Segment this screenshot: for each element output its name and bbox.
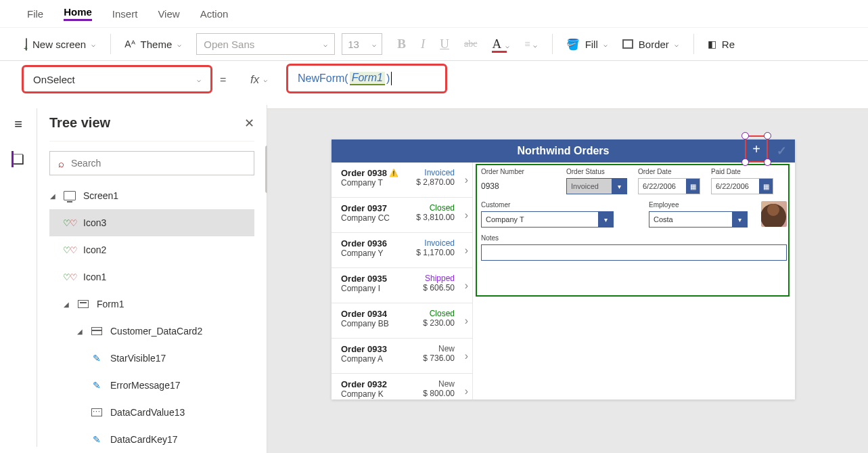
fx-button[interactable]: fx⌵ <box>250 73 267 87</box>
field-label: Order Status <box>566 168 627 175</box>
tree-view-icon[interactable]: ❏ <box>12 151 24 167</box>
tree-node-screen1[interactable]: ◢ Screen1 <box>49 182 254 209</box>
order-status-select[interactable]: Invoiced▾ <box>566 178 627 194</box>
check-icon[interactable]: ✓ <box>777 144 787 158</box>
search-input[interactable] <box>71 158 246 169</box>
chevron-right-icon: › <box>465 280 468 292</box>
order-item[interactable]: Order 0935Company IShipped$ 606.50› <box>332 268 472 303</box>
chevron-right-icon: › <box>465 315 468 327</box>
border-icon <box>622 39 633 49</box>
warning-icon: ⚠️ <box>389 169 398 177</box>
theme-icon: Aᴬ <box>124 39 135 49</box>
tree-node-icon3[interactable]: ♡♡ Icon3 <box>49 209 254 236</box>
caret-icon[interactable]: ◢ <box>49 192 56 200</box>
paid-date-input[interactable]: 6/22/2006▦ <box>711 178 773 194</box>
new-screen-button[interactable]: + New screen⌵ <box>26 39 95 50</box>
search-icon: ⌕ <box>58 158 64 169</box>
chevron-down-icon: ▾ <box>598 212 613 227</box>
order-item[interactable]: Order 0938⚠️Company TInvoiced$ 2,870.00› <box>332 163 472 198</box>
field-order-date: Order Date 6/22/2006▦ <box>638 168 700 194</box>
fill-button[interactable]: 🪣 Fill⌵ <box>566 38 608 51</box>
chevron-right-icon: › <box>465 244 468 257</box>
menubar: File Home Insert View Action <box>0 0 868 27</box>
notes-input[interactable] <box>481 244 787 261</box>
toolbar-divider <box>693 34 694 54</box>
menu-insert[interactable]: Insert <box>112 8 138 20</box>
label-icon: ✎ <box>90 434 104 445</box>
order-item[interactable]: Order 0936Company YInvoiced$ 1,170.00› <box>332 233 472 268</box>
field-paid-date: Paid Date 6/22/2006▦ <box>711 168 773 194</box>
order-list[interactable]: Order 0938⚠️Company TInvoiced$ 2,870.00›… <box>332 163 473 400</box>
fill-icon: 🪣 <box>566 38 580 51</box>
chevron-right-icon: › <box>465 350 468 362</box>
tree-node-starvisible[interactable]: ✎ StarVisible17 <box>49 345 254 372</box>
formula-bar: OnSelect⌵ = fx⌵ NewForm( Form1 ) <box>0 61 868 98</box>
order-item[interactable]: Order 0937Company CCClosed$ 3,810.00› <box>332 198 472 233</box>
icon-group-icon: ♡♡ <box>63 272 76 282</box>
app-title: Northwind Orders <box>517 145 609 157</box>
hamburger-icon[interactable]: ≡ <box>14 116 22 132</box>
reorder-button[interactable]: ◧ Re <box>708 39 735 50</box>
order-item[interactable]: Order 0933Company ANew$ 736.00› <box>332 339 472 374</box>
menu-home[interactable]: Home <box>64 6 92 21</box>
theme-button[interactable]: Aᴬ Theme⌵ <box>124 39 181 50</box>
left-rail: ≡ ❏ <box>0 108 37 447</box>
tree-node-datacardkey[interactable]: ✎ DataCardKey17 <box>49 426 254 453</box>
field-notes: Notes <box>481 234 787 261</box>
order-number-value: 0938 <box>481 178 555 194</box>
plus-icon: + <box>752 142 760 157</box>
field-label: Paid Date <box>711 168 773 175</box>
menu-file[interactable]: File <box>27 8 43 20</box>
close-icon[interactable]: ✕ <box>244 116 254 131</box>
datacard-icon <box>91 327 102 335</box>
order-date-input[interactable]: 6/22/2006▦ <box>638 178 700 194</box>
screen-icon <box>64 191 76 200</box>
formula-input[interactable]: NewForm( Form1 ) <box>286 64 447 93</box>
resize-handle[interactable] <box>764 132 771 139</box>
property-select[interactable]: OnSelect⌵ <box>22 65 212 93</box>
tree-node-icon1[interactable]: ♡♡ Icon1 <box>49 263 254 290</box>
bold-button[interactable]: B <box>397 37 406 51</box>
app-header: Northwind Orders + ✓ <box>332 139 795 163</box>
form-icon <box>78 300 89 308</box>
field-order-number: Order Number 0938 <box>481 168 555 194</box>
font-select[interactable]: Open Sans⌵ <box>196 33 335 55</box>
menu-view[interactable]: View <box>158 8 179 20</box>
toolbar: + New screen⌵ Aᴬ Theme⌵ Open Sans⌵ 13⌵ B… <box>0 27 868 61</box>
tree-node-icon2[interactable]: ♡♡ Icon2 <box>49 236 254 263</box>
toolbar-divider <box>110 34 111 54</box>
add-icon-selection[interactable]: + <box>745 135 768 163</box>
resize-handle[interactable] <box>764 158 771 166</box>
order-item[interactable]: Order 0934Company BBClosed$ 230.00› <box>332 303 472 339</box>
font-size-select[interactable]: 13⌵ <box>342 33 382 55</box>
chevron-down-icon: ▾ <box>732 212 747 227</box>
icon-group-icon: ♡♡ <box>63 245 76 255</box>
tree-node-form1[interactable]: ◢ Form1 <box>49 290 254 318</box>
field-label: Order Number <box>481 168 555 175</box>
chevron-right-icon: › <box>465 209 468 221</box>
field-label: Notes <box>481 234 787 242</box>
align-button[interactable]: ≡⌵ <box>524 39 536 50</box>
strike-button[interactable]: abc <box>464 39 477 49</box>
caret-icon[interactable]: ◢ <box>76 328 83 335</box>
employee-select[interactable]: Costa▾ <box>649 211 748 228</box>
underline-button[interactable]: U <box>440 37 449 51</box>
equals-label: = <box>220 74 226 86</box>
resize-handle[interactable] <box>741 158 749 166</box>
icon-group-icon: ♡♡ <box>63 218 76 228</box>
italic-button[interactable]: I <box>421 37 425 51</box>
border-button[interactable]: Border⌵ <box>622 39 679 50</box>
tree-node-errormessage[interactable]: ✎ ErrorMessage17 <box>49 372 254 399</box>
caret-icon[interactable]: ◢ <box>63 301 70 308</box>
customer-select[interactable]: Company T▾ <box>481 211 614 228</box>
order-item[interactable]: Order 0932Company KNew$ 800.00› <box>332 374 472 400</box>
font-color-button[interactable]: A⌵ <box>492 37 509 51</box>
resize-handle[interactable] <box>741 132 749 139</box>
plus-badge-icon: + <box>24 46 29 51</box>
label-icon: ✎ <box>90 380 104 391</box>
menu-action[interactable]: Action <box>200 8 229 20</box>
tree-node-datacardvalue[interactable]: DataCardValue13 <box>49 399 254 426</box>
tree-node-datacard[interactable]: ◢ Customer_DataCard2 <box>49 318 254 345</box>
tree-search[interactable]: ⌕ <box>49 151 254 175</box>
calendar-icon: ▦ <box>686 179 700 194</box>
